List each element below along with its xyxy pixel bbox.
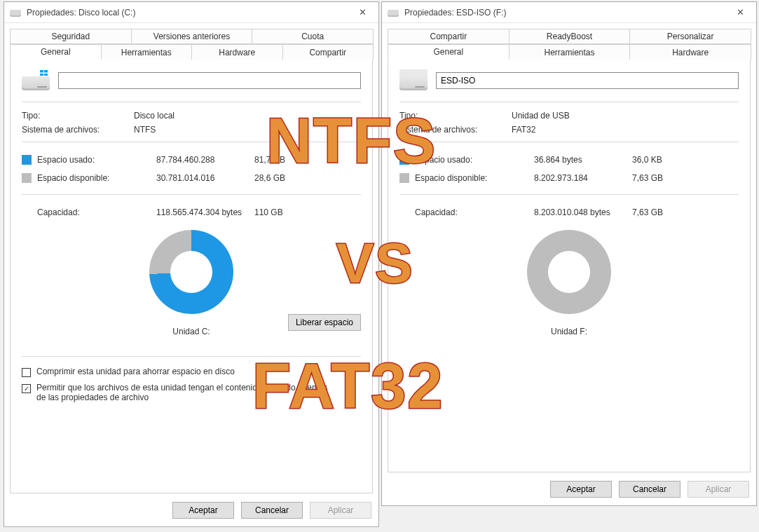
tab-sharing[interactable]: Compartir: [282, 44, 374, 60]
used-space-bytes: 36.864 bytes: [534, 155, 632, 165]
usage-donut: [149, 230, 233, 314]
capacity-human: 7,63 GB: [632, 207, 681, 217]
free-space-swatch: [399, 173, 409, 183]
used-space-swatch: [399, 155, 409, 165]
index-label: Permitir que los archivos de esta unidad…: [36, 383, 338, 402]
capacity-label: Capacidad:: [37, 207, 156, 217]
filesystem-value: FAT32: [512, 125, 535, 135]
cancel-button[interactable]: Cancelar: [241, 502, 303, 519]
window-title: Propiedades: Disco local (C:): [27, 8, 346, 18]
tab-tools[interactable]: Herramientas: [101, 44, 193, 60]
type-value: Unidad de USB: [512, 111, 570, 121]
used-space-bytes: 87.784.460.288: [156, 155, 254, 165]
capacity-label: Capacidad:: [415, 207, 534, 217]
free-space-bytes: 8.202.973.184: [534, 173, 632, 183]
free-space-bytes: 30.781.014.016: [156, 173, 254, 183]
free-space-human: 7,63 GB: [632, 173, 681, 183]
properties-dialog-f: Propiedades: ESD-ISO (F:) ✕ Compartir Re…: [381, 1, 757, 506]
tab-general[interactable]: General: [388, 44, 510, 60]
usage-donut: [527, 230, 611, 314]
free-space-human: 28,6 GB: [254, 173, 303, 183]
titlebar[interactable]: Propiedades: ESD-ISO (F:) ✕: [382, 2, 756, 23]
tab-readyboost[interactable]: ReadyBoost: [509, 29, 631, 44]
tab-customize[interactable]: Personalizar: [629, 29, 751, 44]
properties-dialog-c: Propiedades: Disco local (C:) ✕ Segurida…: [4, 1, 379, 527]
type-label: Tipo:: [399, 111, 512, 121]
drive-icon: [388, 8, 399, 17]
compress-checkbox[interactable]: [22, 368, 31, 377]
tab-sharing[interactable]: Compartir: [388, 29, 510, 44]
drive-letter-label: Unidad F:: [399, 327, 739, 336]
filesystem-label: Sistema de archivos:: [22, 125, 134, 135]
drive-name-input[interactable]: [58, 72, 361, 89]
index-checkbox[interactable]: [22, 384, 31, 393]
close-icon[interactable]: ✕: [724, 2, 756, 23]
filesystem-label: Sistema de archivos:: [399, 125, 512, 135]
apply-button[interactable]: Aplicar: [688, 481, 749, 498]
free-space-swatch: [22, 173, 32, 183]
window-title: Propiedades: ESD-ISO (F:): [404, 8, 724, 18]
tab-hardware[interactable]: Hardware: [191, 44, 283, 60]
tab-quota[interactable]: Cuota: [252, 29, 374, 44]
tab-tools[interactable]: Herramientas: [509, 44, 631, 60]
apply-button[interactable]: Aplicar: [310, 502, 371, 519]
used-space-human: 36,0 KB: [632, 155, 681, 165]
titlebar[interactable]: Propiedades: Disco local (C:) ✕: [4, 2, 378, 23]
used-space-swatch: [22, 155, 32, 165]
filesystem-value: NTFS: [134, 125, 156, 135]
used-space-label: Espacio usado:: [37, 155, 156, 165]
free-space-label: Espacio disponible:: [37, 173, 156, 183]
ok-button[interactable]: Aceptar: [172, 502, 234, 519]
capacity-bytes: 118.565.474.304 bytes: [156, 207, 254, 217]
disk-cleanup-button[interactable]: Liberar espacio: [288, 314, 361, 331]
tab-hardware[interactable]: Hardware: [629, 44, 751, 60]
drive-name-input[interactable]: [436, 72, 739, 89]
type-label: Tipo:: [22, 111, 134, 121]
type-value: Disco local: [134, 111, 175, 121]
capacity-human: 110 GB: [254, 207, 303, 217]
tab-previous-versions[interactable]: Versiones anteriores: [131, 29, 253, 44]
close-icon[interactable]: ✕: [346, 2, 378, 23]
capacity-bytes: 8.203.010.048 bytes: [534, 207, 632, 217]
tab-security[interactable]: Seguridad: [10, 29, 132, 44]
free-space-label: Espacio disponible:: [415, 173, 534, 183]
drive-icon: [10, 8, 21, 17]
cancel-button[interactable]: Cancelar: [619, 481, 681, 498]
usb-drive-icon: [399, 69, 428, 92]
used-space-human: 81,7 GB: [254, 155, 303, 165]
used-space-label: Espacio usado:: [415, 155, 534, 165]
compress-label: Comprimir esta unidad para ahorrar espac…: [36, 367, 235, 376]
tab-general[interactable]: General: [10, 44, 102, 60]
ok-button[interactable]: Aceptar: [550, 481, 612, 498]
local-disk-icon: [22, 69, 50, 92]
